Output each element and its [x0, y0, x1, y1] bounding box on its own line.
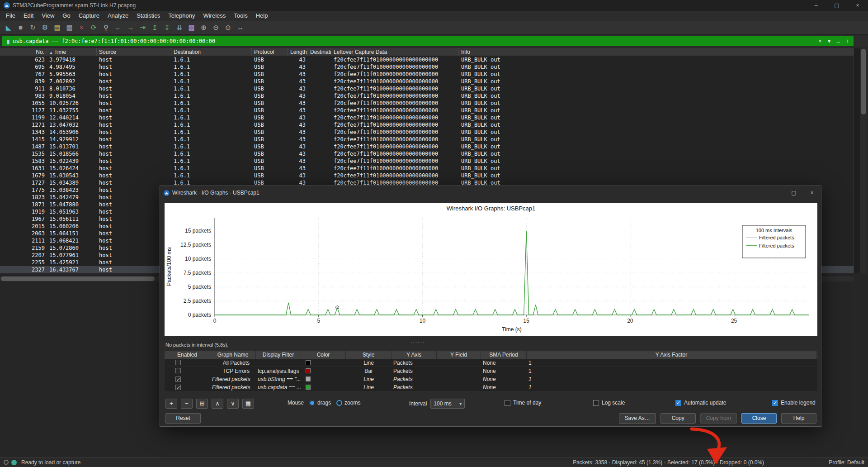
- mouse-zooms-radio[interactable]: zooms: [336, 400, 360, 406]
- menu-item-tools[interactable]: Tools: [230, 11, 251, 21]
- dialog-minimize-button[interactable]: –: [767, 186, 785, 200]
- checkbox-enable-legend[interactable]: Enable legend: [772, 400, 816, 406]
- intelligent-scrollbar[interactable]: [854, 48, 860, 273]
- remove-graph-button[interactable]: −: [181, 399, 193, 409]
- auto-scroll-icon[interactable]: ⇊: [174, 22, 185, 33]
- packet-row[interactable]: 163115.026424host1.6.1USB43f20cfee7f11f0…: [0, 165, 854, 172]
- add-graph-button[interactable]: +: [165, 399, 177, 409]
- dialog-maximize-button[interactable]: ▢: [785, 186, 803, 200]
- packet-row[interactable]: 112711.032755host1.6.1USB43f20cfee7f11f0…: [0, 107, 854, 114]
- go-first-packet-icon[interactable]: ↥: [149, 22, 160, 33]
- zoom-in-icon[interactable]: ⊕: [198, 22, 209, 33]
- stop-capture-icon[interactable]: ■: [15, 22, 26, 33]
- graph-row[interactable]: ✓Filtered packetsusb.capdata == ...LineP…: [165, 383, 817, 391]
- go-to-packet-icon[interactable]: ⇥: [137, 22, 148, 33]
- graph-enabled-checkbox[interactable]: [175, 360, 181, 365]
- packet-row[interactable]: 148715.013701host1.6.1USB43f20cfee7f11f0…: [0, 143, 854, 150]
- go-back-icon[interactable]: ←: [113, 22, 124, 33]
- graph-color-swatch[interactable]: [306, 368, 311, 373]
- menu-item-telephony[interactable]: Telephony: [164, 11, 199, 21]
- graph-row[interactable]: ✓Filtered packetsusb.bString == "...Line…: [165, 375, 817, 383]
- menu-item-wireless[interactable]: Wireless: [199, 11, 230, 21]
- duplicate-graph-button[interactable]: ⊞: [196, 399, 208, 409]
- zoom-out-icon[interactable]: ⊖: [210, 22, 222, 33]
- mouse-drags-radio[interactable]: drags: [309, 400, 331, 406]
- restart-capture-icon[interactable]: ↻: [27, 22, 38, 33]
- io-graph-chart[interactable]: 05101520250 packets2.5 packets5 packets7…: [165, 203, 817, 336]
- scrollbar-thumb[interactable]: [1, 276, 155, 281]
- graph-enabled-checkbox[interactable]: ✓: [175, 385, 181, 390]
- checkbox-automatic-update[interactable]: Automatic update: [675, 400, 726, 406]
- column-header-length[interactable]: Length: [288, 48, 308, 56]
- graph-column-enabled[interactable]: Enabled: [165, 351, 210, 359]
- packet-row[interactable]: 153515.018566host1.6.1USB43f20cfee7f11f0…: [0, 150, 854, 157]
- graph-enabled-checkbox[interactable]: ✓: [175, 376, 181, 382]
- column-header-destination[interactable]: Destination: [171, 48, 252, 56]
- move-up-button[interactable]: ∧: [212, 399, 223, 409]
- filter-apply-icon[interactable]: →: [834, 38, 843, 44]
- graph-color-swatch[interactable]: [306, 385, 311, 390]
- capture-options-icon[interactable]: ⚙: [39, 22, 51, 33]
- menu-item-go[interactable]: Go: [58, 11, 74, 21]
- window-maximize-button[interactable]: ▢: [826, 0, 847, 11]
- menu-item-statistics[interactable]: Statistics: [132, 11, 164, 21]
- packet-row[interactable]: 158315.022439host1.6.1USB43f20cfee7f11f0…: [0, 157, 854, 165]
- graph-column-y-axis-factor[interactable]: Y Axis Factor: [527, 351, 816, 359]
- graph-column-sma-period[interactable]: SMA Period: [481, 351, 527, 359]
- graph-enabled-checkbox[interactable]: [175, 368, 181, 373]
- menu-item-edit[interactable]: Edit: [19, 11, 38, 21]
- menu-item-capture[interactable]: Capture: [75, 11, 104, 21]
- packet-row[interactable]: 167915.030543host1.6.1USB43f20cfee7f11f0…: [0, 172, 854, 179]
- go-forward-icon[interactable]: →: [125, 22, 136, 33]
- display-filter-input[interactable]: [13, 38, 816, 44]
- filter-dropdown-icon[interactable]: ▾: [825, 38, 834, 44]
- packet-row[interactable]: 141514.929912host1.6.1USB43f20cfee7f11f0…: [0, 136, 854, 143]
- filter-bookmark-icon[interactable]: ▮: [4, 38, 13, 45]
- colorize-icon[interactable]: ▩: [186, 22, 197, 33]
- find-packet-icon[interactable]: ⚲: [100, 22, 112, 33]
- window-minimize-button[interactable]: –: [806, 0, 826, 11]
- menu-item-file[interactable]: File: [2, 11, 19, 21]
- menu-item-analyze[interactable]: Analyze: [104, 11, 132, 21]
- start-capture-icon[interactable]: ◣: [3, 22, 14, 33]
- graph-row[interactable]: TCP Errorstcp.analysis.flagsBarPacketsNo…: [165, 367, 817, 375]
- close-file-icon[interactable]: ×: [76, 22, 87, 33]
- packet-row[interactable]: 9839.018054host1.6.1USB43f20cfee7f11f010…: [0, 92, 854, 100]
- packet-row[interactable]: 8397.002892host1.6.1USB43f20cfee7f11f010…: [0, 78, 854, 85]
- column-header-destinati[interactable]: Destinati: [308, 48, 331, 56]
- packet-row[interactable]: 6233.979418host1.6.1USB43f20cfee7f11f010…: [0, 56, 854, 63]
- graph-column-display-filter[interactable]: Display Filter: [256, 351, 301, 359]
- packet-row[interactable]: 7675.995563host1.6.1USB43f20cfee7f11f010…: [0, 71, 854, 78]
- packet-row[interactable]: 105510.025726host1.6.1USB43f20cfee7f11f0…: [0, 100, 854, 107]
- reset-button[interactable]: Reset: [165, 413, 201, 424]
- reload-file-icon[interactable]: ⟳: [88, 22, 99, 33]
- packet-row[interactable]: 119912.040214host1.6.1USB43f20cfee7f11f0…: [0, 114, 854, 121]
- window-close-button[interactable]: ×: [847, 0, 868, 11]
- copy-button[interactable]: Copy: [660, 413, 696, 424]
- dialog-close-button[interactable]: ×: [803, 186, 821, 200]
- dialog-titlebar[interactable]: Wireshark · I/O Graphs · USBPcap1 – ▢ ×: [160, 186, 821, 200]
- save-file-icon[interactable]: ▦: [64, 22, 75, 33]
- graph-column-graph-name[interactable]: Graph Name: [210, 351, 256, 359]
- menu-item-help[interactable]: Help: [252, 11, 272, 21]
- interval-select[interactable]: 100 ms ▾: [430, 399, 465, 409]
- packet-list-vertical-scrollbar[interactable]: [860, 48, 867, 273]
- packet-row[interactable]: 127113.047032host1.6.1USB43f20cfee7f11f0…: [0, 121, 854, 129]
- graph-column-color[interactable]: Color: [301, 351, 346, 359]
- help-button[interactable]: Help: [781, 413, 816, 424]
- expert-info-icon[interactable]: [11, 460, 17, 465]
- menu-item-view[interactable]: View: [38, 11, 58, 21]
- column-header-info[interactable]: Info: [459, 48, 854, 56]
- close-button[interactable]: Close: [741, 413, 777, 424]
- graph-column-y-axis[interactable]: Y Axis: [392, 351, 437, 359]
- packet-row[interactable]: 9118.010736host1.6.1USB43f20cfee7f11f010…: [0, 85, 854, 92]
- save-as-button[interactable]: Save As…: [619, 413, 656, 424]
- clear-graphs-button[interactable]: ▦: [242, 399, 254, 409]
- move-down-button[interactable]: ∨: [227, 399, 239, 409]
- graph-column-y-field[interactable]: Y Field: [437, 351, 481, 359]
- checkbox-time-of-day[interactable]: Time of day: [505, 400, 541, 406]
- filter-clear-icon[interactable]: ×: [816, 38, 825, 44]
- column-header-leftover-capture-data[interactable]: Leftover Capture Data: [331, 48, 459, 56]
- column-header-source[interactable]: Source: [97, 48, 171, 56]
- copy-from-button[interactable]: Copy from: [700, 413, 737, 424]
